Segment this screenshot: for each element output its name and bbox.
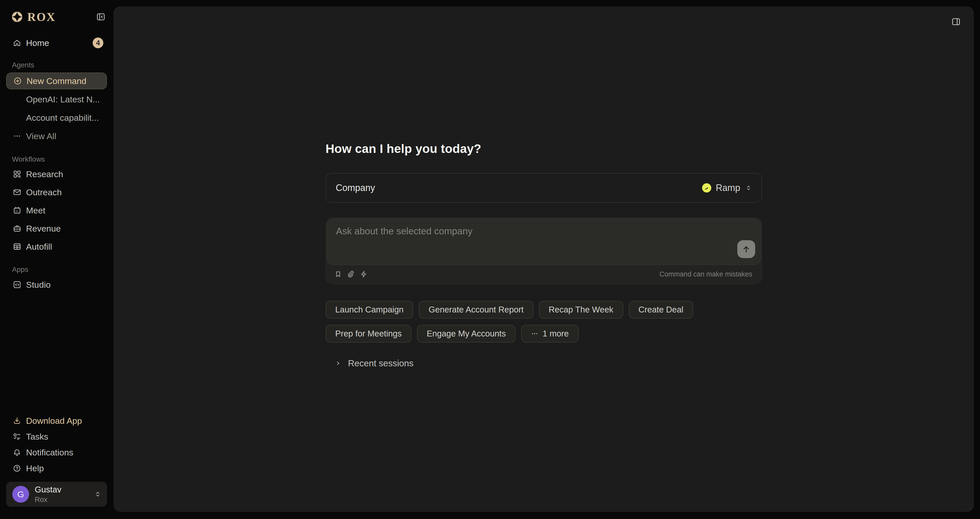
user-meta: Gustav Rox xyxy=(35,485,62,504)
chip-label: Prep for Meetings xyxy=(335,329,402,339)
zap-icon[interactable] xyxy=(360,271,368,278)
send-button[interactable] xyxy=(737,240,755,258)
bell-icon xyxy=(13,448,21,457)
chip-label: Engage My Accounts xyxy=(427,329,506,339)
sidebar-item-revenue[interactable]: Revenue xyxy=(6,220,107,237)
section-label-workflows: Workflows xyxy=(6,155,107,164)
calendar-icon xyxy=(13,206,21,215)
user-name: Gustav xyxy=(35,485,62,495)
sidebar: ROX Home 4 Agents New Command OpenAI: La… xyxy=(0,0,114,519)
sidebar-item-research[interactable]: Research xyxy=(6,166,107,183)
sidebar-item-studio[interactable]: Studio xyxy=(6,276,107,293)
sidebar-item-notifications[interactable]: Notifications xyxy=(6,444,107,460)
chip-more[interactable]: 1 more xyxy=(521,325,579,342)
chevron-right-icon xyxy=(334,360,342,367)
selected-company: Ramp xyxy=(716,183,740,193)
user-org: Rox xyxy=(35,495,62,504)
chip-create-deal[interactable]: Create Deal xyxy=(629,301,693,318)
sidebar-item-label: New Command xyxy=(27,76,86,86)
sidebar-item-label: Tasks xyxy=(26,432,48,442)
composer: Command can make mistakes xyxy=(326,218,762,284)
prompt-column: How can I help you today? Company Ramp xyxy=(326,6,762,372)
brand-logo-row: ROX xyxy=(6,10,107,24)
mail-icon xyxy=(13,188,21,197)
sidebar-item-label: Outreach xyxy=(26,187,62,197)
sidebar-item-label: View All xyxy=(26,131,56,141)
right-panel-toggle-icon[interactable] xyxy=(951,17,961,26)
sidebar-item-label: Help xyxy=(26,463,44,473)
company-label: Company xyxy=(336,183,375,193)
home-count-badge: 4 xyxy=(93,38,103,48)
sidebar-item-autofill[interactable]: Autofill xyxy=(6,238,107,255)
chip-label: Create Deal xyxy=(638,305,683,315)
chip-label: Launch Campaign xyxy=(335,305,404,315)
home-icon xyxy=(13,39,21,47)
sidebar-item-label: Meet xyxy=(26,205,45,215)
sidebar-item-meet[interactable]: Meet xyxy=(6,202,107,219)
rox-logo-icon xyxy=(11,11,23,22)
grid-search-icon xyxy=(13,170,21,178)
main-panel: How can I help you today? Company Ramp xyxy=(114,6,974,512)
user-menu[interactable]: G Gustav Rox xyxy=(6,482,107,507)
sidebar-item-tasks[interactable]: Tasks xyxy=(6,428,107,444)
sidebar-item-label: Home xyxy=(26,38,49,48)
ellipsis-icon xyxy=(531,330,538,338)
sidebar-item-view-all[interactable]: View All xyxy=(6,127,107,145)
section-label-apps: Apps xyxy=(6,265,107,274)
sidebar-item-label: Account capabilit... xyxy=(26,113,99,123)
sidebar-item-download-app[interactable]: Download App xyxy=(6,413,107,428)
sidebar-item-help[interactable]: Help xyxy=(6,460,107,476)
section-label-agents: Agents xyxy=(6,61,107,69)
chip-label: Generate Account Report xyxy=(428,305,523,315)
avatar: G xyxy=(12,486,29,503)
sidebar-item-label: OpenAI: Latest N... xyxy=(26,94,100,104)
sidebar-item-label: Notifications xyxy=(26,447,73,457)
paperclip-icon[interactable] xyxy=(347,271,355,278)
disclaimer-text: Command can make mistakes xyxy=(659,271,752,278)
chip-launch-campaign[interactable]: Launch Campaign xyxy=(326,301,414,318)
plus-circle-icon xyxy=(13,76,22,85)
chevrons-up-down-icon xyxy=(745,184,752,192)
company-row: Company Ramp xyxy=(326,173,762,203)
sidebar-item-label: Revenue xyxy=(26,224,61,234)
sidebar-item-openai-session[interactable]: OpenAI: Latest N... xyxy=(6,91,107,108)
table-icon xyxy=(13,242,21,251)
recent-sessions-label: Recent sessions xyxy=(348,358,414,368)
sidebar-collapse-icon[interactable] xyxy=(96,12,105,21)
suggestion-chips: Launch Campaign Generate Account Report … xyxy=(326,301,775,342)
chip-label: Recap The Week xyxy=(549,305,614,315)
sidebar-item-label: Studio xyxy=(26,280,51,290)
chip-engage-my-accounts[interactable]: Engage My Accounts xyxy=(417,325,515,342)
sidebar-item-account-session[interactable]: Account capabilit... xyxy=(6,109,107,126)
code-square-icon xyxy=(13,280,21,289)
sidebar-item-new-command[interactable]: New Command xyxy=(6,73,107,89)
tasks-icon xyxy=(13,433,21,441)
sidebar-item-label: Research xyxy=(26,169,63,179)
arrow-up-icon xyxy=(741,244,751,254)
chip-generate-account-report[interactable]: Generate Account Report xyxy=(419,301,533,318)
company-select[interactable]: Ramp xyxy=(699,180,755,196)
sidebar-item-outreach[interactable]: Outreach xyxy=(6,184,107,201)
composer-footer: Command can make mistakes xyxy=(327,265,761,283)
ellipsis-icon xyxy=(13,132,21,140)
sidebar-footer: Download App Tasks Notifications xyxy=(6,413,107,507)
chevrons-up-down-icon xyxy=(94,490,102,498)
briefcase-icon xyxy=(13,224,21,233)
sidebar-item-home[interactable]: Home 4 xyxy=(6,36,107,50)
chip-label: 1 more xyxy=(542,329,569,339)
chip-recap-the-week[interactable]: Recap The Week xyxy=(539,301,623,318)
sidebar-item-label: Download App xyxy=(26,416,82,426)
download-icon xyxy=(13,417,21,425)
prompt-input[interactable] xyxy=(336,226,714,258)
recent-sessions-toggle[interactable]: Recent sessions xyxy=(326,354,762,372)
sidebar-item-label: Autofill xyxy=(26,242,52,252)
page-title: How can I help you today? xyxy=(326,142,762,155)
bookmark-icon[interactable] xyxy=(334,271,342,278)
ramp-logo-icon xyxy=(702,183,711,193)
help-circle-icon xyxy=(13,464,21,473)
chip-prep-for-meetings[interactable]: Prep for Meetings xyxy=(326,325,411,342)
composer-input-area xyxy=(327,218,761,265)
brand-name: ROX xyxy=(27,10,56,24)
